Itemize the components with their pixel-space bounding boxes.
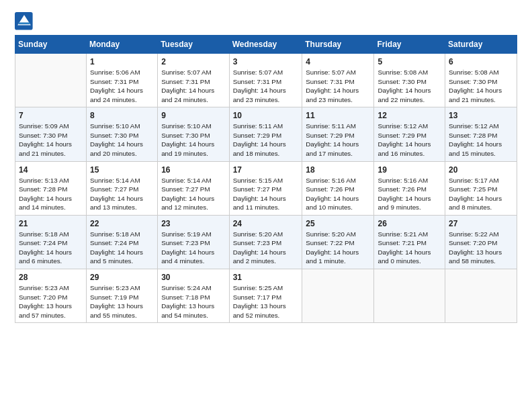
day-info: Sunrise: 5:20 AMSunset: 7:22 PMDaylight:… xyxy=(306,230,370,266)
day-info: Sunrise: 5:24 AMSunset: 7:18 PMDaylight:… xyxy=(161,283,225,320)
day-info: Sunrise: 5:18 AMSunset: 7:24 PMDaylight:… xyxy=(90,230,154,266)
day-info: Sunrise: 5:17 AMSunset: 7:25 PMDaylight:… xyxy=(449,176,513,212)
calendar-cell: 31Sunrise: 5:25 AMSunset: 7:17 PMDayligh… xyxy=(229,269,302,323)
day-info: Sunrise: 5:13 AMSunset: 7:28 PMDaylight:… xyxy=(19,176,83,212)
weekday-friday: Friday xyxy=(374,36,445,54)
day-info: Sunrise: 5:25 AMSunset: 7:17 PMDaylight:… xyxy=(233,283,299,320)
day-number: 4 xyxy=(306,56,370,67)
calendar-cell: 21Sunrise: 5:18 AMSunset: 7:24 PMDayligh… xyxy=(15,215,87,269)
calendar-cell xyxy=(302,269,374,323)
day-number: 17 xyxy=(233,165,299,175)
calendar-cell: 16Sunrise: 5:14 AMSunset: 7:27 PMDayligh… xyxy=(158,161,229,215)
calendar-cell: 10Sunrise: 5:11 AMSunset: 7:29 PMDayligh… xyxy=(229,107,302,161)
calendar-cell: 13Sunrise: 5:12 AMSunset: 7:28 PMDayligh… xyxy=(445,107,517,161)
calendar: SundayMondayTuesdayWednesdayThursdayFrid… xyxy=(15,35,517,323)
calendar-cell: 29Sunrise: 5:23 AMSunset: 7:19 PMDayligh… xyxy=(86,269,157,323)
day-number: 6 xyxy=(449,56,513,67)
day-info: Sunrise: 5:14 AMSunset: 7:27 PMDaylight:… xyxy=(161,176,225,212)
day-number: 11 xyxy=(306,110,370,121)
day-info: Sunrise: 5:22 AMSunset: 7:20 PMDaylight:… xyxy=(449,230,513,266)
weekday-sunday: Sunday xyxy=(15,36,87,54)
day-info: Sunrise: 5:09 AMSunset: 7:30 PMDaylight:… xyxy=(19,122,83,158)
day-number: 27 xyxy=(449,218,513,229)
day-number: 21 xyxy=(19,218,83,229)
calendar-cell: 15Sunrise: 5:14 AMSunset: 7:27 PMDayligh… xyxy=(86,161,157,215)
calendar-cell: 1Sunrise: 5:06 AMSunset: 7:31 PMDaylight… xyxy=(86,54,157,107)
calendar-body: 1Sunrise: 5:06 AMSunset: 7:31 PMDaylight… xyxy=(15,54,517,323)
day-info: Sunrise: 5:12 AMSunset: 7:28 PMDaylight:… xyxy=(449,122,513,158)
calendar-cell: 14Sunrise: 5:13 AMSunset: 7:28 PMDayligh… xyxy=(15,161,87,215)
calendar-cell xyxy=(374,269,445,323)
logo-icon xyxy=(15,12,34,31)
day-info: Sunrise: 5:10 AMSunset: 7:30 PMDaylight:… xyxy=(90,122,154,158)
logo xyxy=(15,12,36,31)
weekday-wednesday: Wednesday xyxy=(229,36,302,54)
calendar-header: SundayMondayTuesdayWednesdayThursdayFrid… xyxy=(15,36,517,54)
calendar-cell: 27Sunrise: 5:22 AMSunset: 7:20 PMDayligh… xyxy=(445,215,517,269)
day-number: 14 xyxy=(19,165,83,175)
week-row-1: 1Sunrise: 5:06 AMSunset: 7:31 PMDaylight… xyxy=(15,54,517,107)
weekday-thursday: Thursday xyxy=(302,36,374,54)
day-number: 15 xyxy=(90,165,154,175)
day-info: Sunrise: 5:11 AMSunset: 7:29 PMDaylight:… xyxy=(306,122,370,158)
header xyxy=(15,12,517,31)
day-number: 19 xyxy=(378,165,441,175)
calendar-cell: 30Sunrise: 5:24 AMSunset: 7:18 PMDayligh… xyxy=(158,269,229,323)
day-info: Sunrise: 5:14 AMSunset: 7:27 PMDaylight:… xyxy=(90,176,154,212)
day-number: 28 xyxy=(19,272,83,283)
day-info: Sunrise: 5:19 AMSunset: 7:23 PMDaylight:… xyxy=(161,230,225,266)
calendar-cell: 9Sunrise: 5:10 AMSunset: 7:30 PMDaylight… xyxy=(158,107,229,161)
day-number: 18 xyxy=(306,165,370,175)
day-number: 24 xyxy=(233,218,299,229)
calendar-cell: 22Sunrise: 5:18 AMSunset: 7:24 PMDayligh… xyxy=(86,215,157,269)
day-info: Sunrise: 5:10 AMSunset: 7:30 PMDaylight:… xyxy=(161,122,225,158)
weekday-tuesday: Tuesday xyxy=(158,36,229,54)
day-info: Sunrise: 5:23 AMSunset: 7:20 PMDaylight:… xyxy=(19,283,83,320)
weekday-saturday: Saturday xyxy=(445,36,517,54)
day-info: Sunrise: 5:16 AMSunset: 7:26 PMDaylight:… xyxy=(306,176,370,212)
calendar-cell: 26Sunrise: 5:21 AMSunset: 7:21 PMDayligh… xyxy=(374,215,445,269)
calendar-cell: 3Sunrise: 5:07 AMSunset: 7:31 PMDaylight… xyxy=(229,54,302,107)
day-info: Sunrise: 5:11 AMSunset: 7:29 PMDaylight:… xyxy=(233,122,299,158)
calendar-cell: 2Sunrise: 5:07 AMSunset: 7:31 PMDaylight… xyxy=(158,54,229,107)
day-number: 16 xyxy=(161,165,225,175)
day-number: 3 xyxy=(233,56,299,67)
calendar-cell: 8Sunrise: 5:10 AMSunset: 7:30 PMDaylight… xyxy=(86,107,157,161)
calendar-cell xyxy=(445,269,517,323)
calendar-cell: 28Sunrise: 5:23 AMSunset: 7:20 PMDayligh… xyxy=(15,269,87,323)
day-info: Sunrise: 5:08 AMSunset: 7:30 PMDaylight:… xyxy=(449,68,513,104)
week-row-2: 7Sunrise: 5:09 AMSunset: 7:30 PMDaylight… xyxy=(15,107,517,161)
day-number: 20 xyxy=(449,165,513,175)
day-number: 30 xyxy=(161,272,225,283)
calendar-cell xyxy=(15,54,87,107)
calendar-cell: 5Sunrise: 5:08 AMSunset: 7:30 PMDaylight… xyxy=(374,54,445,107)
calendar-cell: 11Sunrise: 5:11 AMSunset: 7:29 PMDayligh… xyxy=(302,107,374,161)
day-number: 23 xyxy=(161,218,225,229)
day-number: 22 xyxy=(90,218,154,229)
day-info: Sunrise: 5:07 AMSunset: 7:31 PMDaylight:… xyxy=(161,68,225,104)
day-number: 5 xyxy=(378,56,441,67)
day-number: 2 xyxy=(161,56,225,67)
day-number: 7 xyxy=(19,110,83,121)
calendar-cell: 6Sunrise: 5:08 AMSunset: 7:30 PMDaylight… xyxy=(445,54,517,107)
calendar-cell: 7Sunrise: 5:09 AMSunset: 7:30 PMDaylight… xyxy=(15,107,87,161)
day-number: 31 xyxy=(233,272,299,283)
day-info: Sunrise: 5:15 AMSunset: 7:27 PMDaylight:… xyxy=(233,176,299,212)
day-number: 9 xyxy=(161,110,225,121)
calendar-cell: 17Sunrise: 5:15 AMSunset: 7:27 PMDayligh… xyxy=(229,161,302,215)
calendar-cell: 12Sunrise: 5:12 AMSunset: 7:29 PMDayligh… xyxy=(374,107,445,161)
calendar-cell: 20Sunrise: 5:17 AMSunset: 7:25 PMDayligh… xyxy=(445,161,517,215)
day-number: 1 xyxy=(90,56,154,67)
day-info: Sunrise: 5:16 AMSunset: 7:26 PMDaylight:… xyxy=(378,176,441,212)
week-row-4: 21Sunrise: 5:18 AMSunset: 7:24 PMDayligh… xyxy=(15,215,517,269)
day-number: 29 xyxy=(90,272,154,283)
week-row-5: 28Sunrise: 5:23 AMSunset: 7:20 PMDayligh… xyxy=(15,269,517,323)
page: SundayMondayTuesdayWednesdayThursdayFrid… xyxy=(0,0,532,411)
calendar-cell: 18Sunrise: 5:16 AMSunset: 7:26 PMDayligh… xyxy=(302,161,374,215)
day-info: Sunrise: 5:12 AMSunset: 7:29 PMDaylight:… xyxy=(378,122,441,158)
day-number: 13 xyxy=(449,110,513,121)
calendar-cell: 25Sunrise: 5:20 AMSunset: 7:22 PMDayligh… xyxy=(302,215,374,269)
weekday-header-row: SundayMondayTuesdayWednesdayThursdayFrid… xyxy=(15,36,517,54)
day-info: Sunrise: 5:20 AMSunset: 7:23 PMDaylight:… xyxy=(233,230,299,266)
day-info: Sunrise: 5:23 AMSunset: 7:19 PMDaylight:… xyxy=(90,283,154,320)
